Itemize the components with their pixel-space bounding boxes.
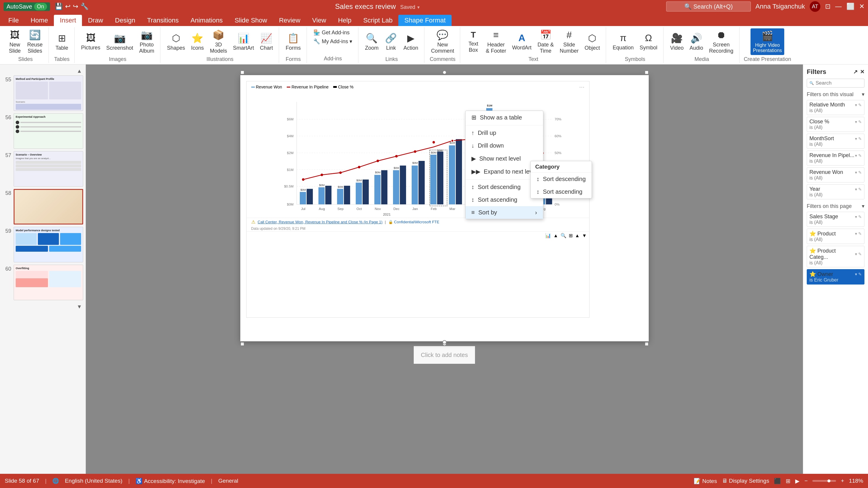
slide-number-button[interactable]: # SlideNumber — [557, 28, 581, 55]
chart-filter-icon[interactable]: 🔍 — [560, 233, 566, 238]
filter-revenue-pipeline[interactable]: Revenue In Pipel... ▾ ✎ is (All) — [807, 151, 864, 166]
tab-slideshow[interactable]: Slide Show — [229, 15, 273, 26]
screenshot-button[interactable]: 📷 Screenshot — [104, 28, 135, 55]
chart-footer-link[interactable]: Call Center, Revenue Won, Revenue In Pip… — [258, 220, 383, 224]
slide-thumb-60[interactable]: 60 Overfitting — [2, 265, 83, 300]
slide-image-55[interactable]: Method and Participant Profile Scenario — [13, 75, 83, 111]
filter-close-pct-edit[interactable]: ✎ — [858, 120, 862, 124]
tab-design[interactable]: Design — [109, 15, 141, 26]
sub-sort-asc[interactable]: ↕ Sort ascending — [531, 186, 592, 198]
icons-button[interactable]: ⭐ Icons — [188, 28, 206, 55]
filter-product-expand[interactable]: ▾ — [855, 231, 857, 236]
filter-product[interactable]: ⭐ Product ▾ ✎ is (All) — [807, 229, 864, 244]
maximize-btn[interactable]: ⬜ — [846, 3, 855, 10]
chevron-down-icon[interactable]: ▾ — [862, 91, 864, 98]
tab-transitions[interactable]: Transitions — [141, 15, 185, 26]
filter-product-category-edit[interactable]: ✎ — [858, 252, 862, 256]
smartart-button[interactable]: 📊 SmartArt — [230, 28, 256, 55]
header-footer-button[interactable]: ≡ Header& Footer — [483, 28, 508, 55]
autosave-badge[interactable]: AutoSave On — [4, 2, 50, 11]
my-addins-button[interactable]: 🔧 My Add-ins ▾ — [311, 37, 354, 45]
tab-insert[interactable]: Insert — [54, 15, 82, 26]
link-button[interactable]: 🔗 Link — [382, 28, 400, 55]
slide-thumb-56[interactable]: 56 Experimental Approach — [2, 113, 83, 149]
tab-home[interactable]: Home — [25, 15, 54, 26]
screen-recording-button[interactable]: ⏺ ScreenRecording — [707, 28, 736, 55]
tab-file[interactable]: File — [2, 15, 25, 26]
filter-revenue-pipeline-expand[interactable]: ▾ — [855, 153, 857, 158]
shapes-button[interactable]: ⬡ Shapes — [164, 28, 187, 55]
filter-owner-expand[interactable]: ▾ — [855, 272, 857, 276]
tab-help[interactable]: Help — [332, 15, 357, 26]
undo-button[interactable]: ↩ — [65, 3, 70, 10]
user-avatar[interactable]: AT — [810, 1, 820, 12]
tab-animations[interactable]: Animations — [185, 15, 229, 26]
chevron-down-page-icon[interactable]: ▾ — [862, 203, 864, 209]
filters-search-box[interactable]: 🔍 — [807, 79, 864, 88]
outline-view-btn[interactable]: ⊞ — [786, 478, 790, 484]
chart-button[interactable]: 📈 Chart — [257, 28, 275, 55]
filters-search-input[interactable] — [816, 80, 862, 86]
filters-close-icon[interactable]: ✕ — [860, 69, 864, 75]
filter-revenue-won[interactable]: Revenue Won ▾ ✎ is (All) — [807, 167, 864, 183]
forms-button[interactable]: 📋 Forms — [283, 28, 303, 55]
filter-sales-stage-expand[interactable]: ▾ — [855, 215, 857, 219]
filter-close-pct-expand[interactable]: ▾ — [855, 120, 857, 124]
sub-sort-desc[interactable]: ↕ Sort descending — [531, 173, 592, 186]
filter-year[interactable]: Year ▾ ✎ is (All) — [807, 184, 864, 199]
filter-relative-month-edit[interactable]: ✎ — [858, 103, 862, 107]
notes-area[interactable]: Click to add notes — [414, 346, 475, 364]
slide-image-56[interactable]: Experimental Approach — [13, 113, 83, 149]
new-slide-button[interactable]: 🖼 NewSlide — [6, 28, 24, 55]
tab-draw[interactable]: Draw — [82, 15, 109, 26]
filter-year-expand[interactable]: ▾ — [855, 187, 857, 192]
tab-shapeformat[interactable]: Shape Format — [398, 15, 451, 26]
photo-album-button[interactable]: 📷 PhotoAlbum — [137, 28, 157, 55]
filter-revenue-won-edit[interactable]: ✎ — [858, 170, 862, 175]
chart-up2-icon[interactable]: ▲ — [575, 233, 580, 238]
filter-owner[interactable]: ⭐ Owner ▾ ✎ is Eric Gruber — [807, 269, 864, 285]
autosave-toggle[interactable]: On — [34, 3, 47, 10]
chart-collapse-icon[interactable]: ▼ — [582, 233, 587, 238]
filter-sales-stage-edit[interactable]: ✎ — [858, 215, 862, 219]
display-settings-btn[interactable]: 🖥 Display Settings — [722, 478, 770, 484]
slide-thumb-57[interactable]: 57 Scenario – Overview Imagine that you … — [2, 151, 83, 187]
notes-btn[interactable]: 📝 Notes — [694, 478, 717, 484]
chart-more-btn[interactable]: ⋯ — [579, 84, 585, 90]
table-button[interactable]: ⊞ Table — [53, 28, 71, 55]
filter-relative-month-expand[interactable]: ▾ — [855, 103, 857, 107]
filter-monthsort-edit[interactable]: ✎ — [858, 136, 862, 141]
3d-models-button[interactable]: 📦 3DModels — [208, 28, 229, 55]
get-addins-button[interactable]: 🏪 Get Add-ins — [311, 28, 352, 37]
slide-image-60[interactable]: Overfitting — [13, 265, 83, 300]
slide-image-57[interactable]: Scenario – Overview Imagine that you are… — [13, 151, 83, 187]
audio-button[interactable]: 🔊 Audio — [687, 28, 706, 55]
slide-thumb-59[interactable]: 59 Model performance designs tested — [2, 227, 83, 262]
filter-revenue-pipeline-edit[interactable]: ✎ — [858, 153, 862, 158]
zoom-in-btn[interactable]: + — [841, 478, 844, 484]
chart-bar-icon[interactable]: 📊 — [545, 233, 551, 238]
redo-button[interactable]: ↪ — [73, 3, 78, 10]
tab-view[interactable]: View — [306, 15, 332, 26]
slide-image-58[interactable] — [13, 189, 83, 225]
context-show-table[interactable]: ⊞ Show as a table — [466, 111, 543, 124]
filters-expand-icon[interactable]: ↗ — [853, 69, 858, 75]
filter-product-edit[interactable]: ✎ — [858, 231, 862, 236]
slide-thumb-55[interactable]: 55 Method and Participant Profile Scenar… — [2, 75, 83, 111]
filter-owner-edit[interactable]: ✎ — [858, 272, 862, 276]
chart-up-icon[interactable]: ▲ — [553, 233, 558, 238]
wordart-button[interactable]: A WordArt — [509, 28, 534, 55]
filter-product-category[interactable]: ⭐ Product Categ... ▾ ✎ is (All) — [807, 246, 864, 267]
textbox-button[interactable]: T TextBox — [464, 28, 482, 55]
equation-button[interactable]: π Equation — [610, 28, 636, 55]
zoom-out-btn[interactable]: − — [804, 478, 808, 484]
filter-year-edit[interactable]: ✎ — [858, 187, 862, 192]
zoom-button[interactable]: 🔍 Zoom — [363, 28, 381, 55]
pictures-button[interactable]: 🖼 Pictures — [79, 28, 103, 55]
tab-scriptlab[interactable]: Script Lab — [357, 15, 398, 26]
zoom-level[interactable]: 118% — [849, 478, 863, 484]
context-sort-by[interactable]: ≡ Sort by › — [466, 206, 543, 219]
context-drill-down[interactable]: ↓ Drill down — [466, 139, 543, 152]
date-time-button[interactable]: 📅 Date &Time — [535, 28, 556, 55]
filter-revenue-won-expand[interactable]: ▾ — [855, 170, 857, 175]
